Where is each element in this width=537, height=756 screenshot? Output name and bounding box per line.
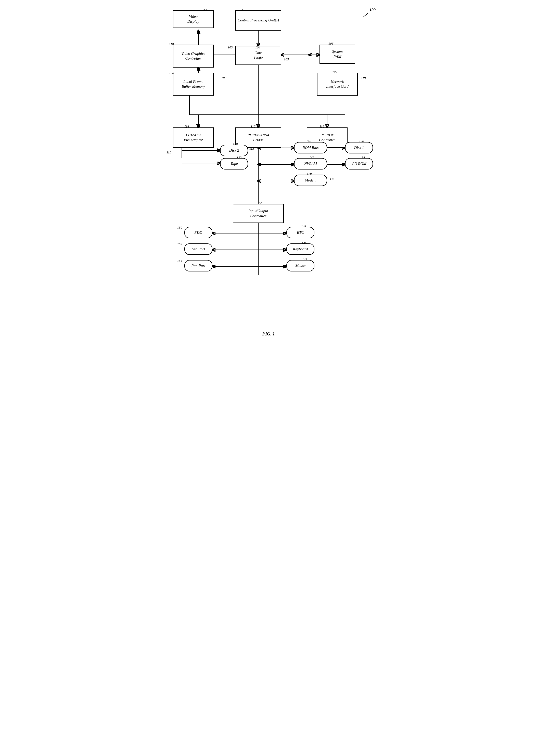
disk1-box: Disk 1 <box>345 142 373 153</box>
ref-120: 120 <box>307 172 312 176</box>
modem-box: Modem <box>294 175 327 186</box>
cd-rom-box: CD ROM <box>345 158 373 170</box>
disk2-box: Disk 2 <box>220 145 248 156</box>
ref-104: 104 <box>255 45 260 50</box>
ref-122: 122 <box>332 70 337 74</box>
tape-box: Tape <box>220 158 248 170</box>
ref-118: 118 <box>319 124 324 129</box>
ref-152: 152 <box>177 242 182 246</box>
ref-121: 121 <box>330 177 335 181</box>
keyboard-box: Keyboard <box>286 243 314 255</box>
ref-111: 111 <box>167 150 171 154</box>
svg-line-37 <box>363 13 368 17</box>
pci-scsi-box: PCI/SCSIBus Adapter <box>173 128 214 148</box>
ref-142: 142 <box>309 155 314 160</box>
ref-154: 154 <box>177 259 182 263</box>
ref-144: 144 <box>301 224 306 228</box>
ref-150: 150 <box>177 225 182 230</box>
ref-112: 112 <box>202 8 207 12</box>
rom-bios-box: ROM Bios <box>294 142 327 153</box>
ref-106: 106 <box>328 42 334 46</box>
video-display-box: VideoDisplay <box>173 10 214 28</box>
ref-102: 102 <box>238 8 243 12</box>
ref-134: 134 <box>360 155 365 160</box>
ref-116: 116 <box>251 124 256 129</box>
io-controller-box: Input/OutputController <box>233 204 284 223</box>
ref-100: 100 <box>369 8 376 12</box>
fdd-box: FDD <box>185 227 212 238</box>
video-graphics-box: Video GraphicsController <box>173 45 214 67</box>
mouse-box: Mouse <box>286 260 314 271</box>
diagram: 100 <box>159 5 378 326</box>
local-frame-box: Local FrameBuffer Memory <box>173 73 214 96</box>
ref-126: 126 <box>258 201 264 205</box>
nvram-box: NVRAM <box>294 158 327 170</box>
ref-105: 105 <box>284 57 289 61</box>
ref-119: 119 <box>361 76 366 80</box>
ref-108: 108 <box>169 71 174 75</box>
ref-128: 128 <box>359 139 364 143</box>
ref-103: 103 <box>228 45 233 50</box>
ref-148: 148 <box>302 258 307 261</box>
ref-114: 114 <box>185 124 189 129</box>
cpu-box: Central Processing Unit(s) <box>235 10 281 31</box>
system-ram-box: SystemRAM <box>319 45 355 64</box>
rtc-box: RTC <box>286 227 314 238</box>
ser-port-box: Ser. Port <box>185 243 212 255</box>
ref-132: 132 <box>237 155 242 160</box>
par-port-box: Par. Port <box>185 260 212 271</box>
ref-140: 140 <box>306 139 311 143</box>
ref-130: 130 <box>233 142 238 146</box>
ref-109: 109 <box>221 76 227 80</box>
figure-label: FIG. 1 <box>159 331 378 337</box>
ref-146: 146 <box>302 241 307 245</box>
ref-113: 113 <box>249 146 254 151</box>
ref-110: 110 <box>169 42 174 46</box>
nic-box: NetworkInterface Card <box>317 73 358 96</box>
